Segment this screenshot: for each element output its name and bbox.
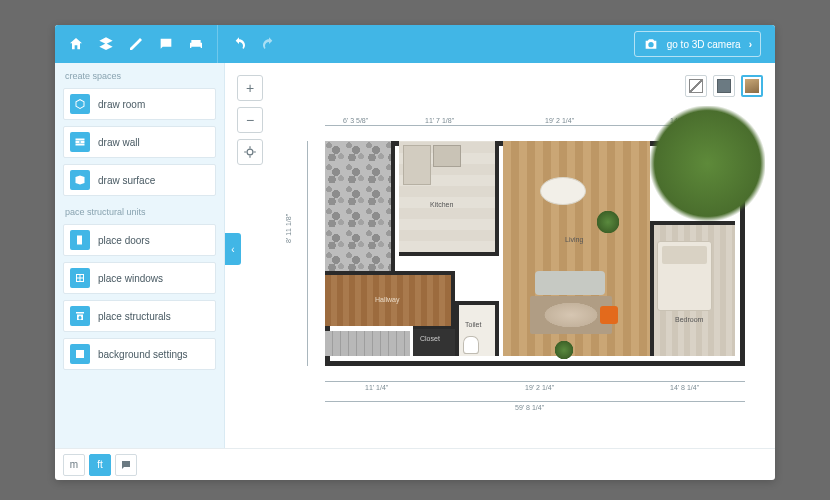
dim-left: 8' 11 1/8": [285, 214, 292, 243]
dim-top-3: 19' 2 1/4": [545, 117, 574, 124]
mode-group: [55, 25, 217, 63]
collapse-sidebar-button[interactable]: ‹: [225, 233, 241, 265]
app-window: go to 3D camera › create spaces draw roo…: [55, 25, 775, 480]
room-entry[interactable]: [325, 141, 395, 271]
fireplace-icon: [70, 306, 90, 326]
dim-bottom-1: 11' 1/4": [365, 384, 388, 391]
dim-bottom-2: 19' 2 1/4": [525, 384, 554, 391]
dim-top-2: 11' 7 1/8": [425, 117, 454, 124]
furniture-icon-button[interactable]: [181, 25, 211, 63]
camera-icon: [643, 36, 659, 52]
tool-background-settings[interactable]: background settings: [63, 338, 216, 370]
plus-icon: +: [246, 80, 254, 96]
cube-icon: [70, 94, 90, 114]
chevron-right-icon: ›: [749, 39, 752, 50]
room-hallway[interactable]: [325, 271, 455, 326]
sofa[interactable]: [535, 271, 605, 295]
toilet-fixture[interactable]: [463, 336, 479, 354]
armchair[interactable]: [600, 306, 618, 324]
dim-bottom-3: 14' 8 1/4": [670, 384, 699, 391]
surface-icon: [70, 170, 90, 190]
settings-icon: [70, 344, 90, 364]
solid-swatch-icon: [717, 79, 731, 93]
zoom-controls: + −: [237, 75, 263, 165]
svg-point-0: [247, 149, 253, 155]
tool-place-doors[interactable]: place doors: [63, 224, 216, 256]
dim-bottom-total: 59' 8 1/4": [515, 404, 544, 411]
go-to-3d-label: go to 3D camera: [667, 39, 741, 50]
floorplan[interactable]: Kitchen Hallway Closet Toilet Living Bed…: [325, 141, 745, 366]
section-title-structural: pace structural units: [55, 199, 224, 221]
line-swatch-icon: [689, 79, 703, 93]
room-closet[interactable]: [413, 326, 455, 356]
app-body: create spaces draw room draw wall draw s…: [55, 63, 775, 448]
stairs[interactable]: [325, 331, 410, 356]
crosshair-icon: [243, 145, 257, 159]
bottom-bar: m ft: [55, 448, 775, 480]
top-toolbar: go to 3D camera ›: [55, 25, 775, 63]
view-line-button[interactable]: [685, 75, 707, 97]
section-title-spaces: create spaces: [55, 63, 224, 85]
plant[interactable]: [597, 211, 619, 233]
zoom-in-button[interactable]: +: [237, 75, 263, 101]
texture-swatch-icon: [745, 79, 759, 93]
kitchen-stove[interactable]: [433, 145, 461, 167]
door-icon: [70, 230, 90, 250]
tool-place-structurals[interactable]: place structurals: [63, 300, 216, 332]
redo-button[interactable]: [254, 25, 284, 63]
floorplan-canvas[interactable]: + − 6' 3 5/8" 11' 7 1/8" 19' 2 1/4" 14' …: [225, 63, 775, 448]
view-texture-button[interactable]: [741, 75, 763, 97]
tool-place-windows[interactable]: place windows: [63, 262, 216, 294]
build-icon-button[interactable]: [121, 25, 151, 63]
layers-icon-button[interactable]: [91, 25, 121, 63]
go-to-3d-button[interactable]: go to 3D camera ›: [634, 31, 761, 57]
plant-small[interactable]: [555, 341, 573, 359]
tool-draw-wall[interactable]: draw wall: [63, 126, 216, 158]
tools-sidebar: create spaces draw room draw wall draw s…: [55, 63, 225, 448]
speech-bubble-icon: [120, 459, 132, 471]
center-button[interactable]: [237, 139, 263, 165]
zoom-out-button[interactable]: −: [237, 107, 263, 133]
tool-draw-room[interactable]: draw room: [63, 88, 216, 120]
kitchen-counter[interactable]: [403, 145, 431, 185]
home-icon-button[interactable]: [61, 25, 91, 63]
comment-button[interactable]: [115, 454, 137, 476]
view-solid-button[interactable]: [713, 75, 735, 97]
dim-top-1: 6' 3 5/8": [343, 117, 368, 124]
unit-feet-button[interactable]: ft: [89, 454, 111, 476]
chevron-left-icon: ‹: [231, 244, 234, 255]
bed[interactable]: [657, 241, 712, 311]
history-group: [218, 25, 290, 63]
garden-tree[interactable]: [650, 106, 765, 221]
unit-meters-button[interactable]: m: [63, 454, 85, 476]
chat-icon-button[interactable]: [151, 25, 181, 63]
window-icon: [70, 268, 90, 288]
dining-table[interactable]: [540, 177, 586, 205]
view-mode-controls: [685, 75, 763, 97]
minus-icon: −: [246, 112, 254, 128]
tool-draw-surface[interactable]: draw surface: [63, 164, 216, 196]
undo-button[interactable]: [224, 25, 254, 63]
wall-icon: [70, 132, 90, 152]
